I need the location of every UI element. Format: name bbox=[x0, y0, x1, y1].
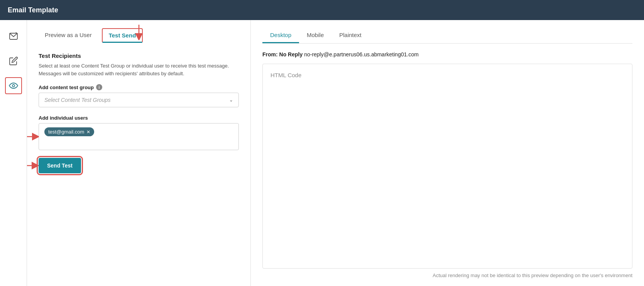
page-title: Email Template bbox=[8, 6, 58, 14]
from-name: No Reply bbox=[279, 51, 303, 58]
content-test-group-select[interactable]: Select Content Test Groups ⌄ bbox=[39, 93, 239, 107]
arrow-annotation-send bbox=[27, 160, 39, 171]
svg-point-2 bbox=[12, 85, 15, 87]
content-test-group-label: Add content test group i bbox=[39, 84, 239, 90]
preview-area: HTML Code bbox=[262, 64, 632, 269]
preview-tabs: Desktop Mobile Plaintext bbox=[262, 28, 632, 44]
top-header: Email Template bbox=[0, 0, 644, 20]
tab-preview-as-user[interactable]: Preview as a User bbox=[39, 28, 98, 43]
tab-desktop[interactable]: Desktop bbox=[262, 28, 299, 43]
chevron-down-icon: ⌄ bbox=[229, 97, 233, 103]
email-tag: test@gmail.com ✕ bbox=[44, 127, 94, 136]
from-label: From: bbox=[262, 51, 278, 58]
email-tag-text: test@gmail.com bbox=[48, 129, 84, 135]
preview-content-label: HTML Code bbox=[270, 72, 301, 78]
arrow-annotation-email bbox=[27, 131, 39, 142]
sidebar-item-preview[interactable] bbox=[5, 77, 22, 94]
individual-users-label: Add individual users bbox=[39, 115, 239, 121]
sidebar-item-mail[interactable] bbox=[5, 28, 22, 45]
test-recipients-title: Test Recipients bbox=[39, 52, 239, 59]
arrow-annotation-tab bbox=[127, 25, 150, 40]
footer-note: Actual rendering may not be identical to… bbox=[262, 272, 632, 278]
tab-plaintext[interactable]: Plaintext bbox=[331, 28, 369, 43]
from-email: no-reply@e.partnerus06.us.abmarketing01.… bbox=[304, 51, 419, 58]
individual-users-input[interactable]: test@gmail.com ✕ bbox=[39, 123, 239, 150]
from-line: From: No Reply no-reply@e.partnerus06.us… bbox=[262, 51, 632, 58]
test-recipients-desc: Select at least one Content Test Group o… bbox=[39, 62, 239, 77]
left-panel: Preview as a User Test Send Test Recipie… bbox=[27, 20, 251, 286]
main-layout: Preview as a User Test Send Test Recipie… bbox=[0, 20, 644, 286]
sidebar-item-edit[interactable] bbox=[5, 52, 22, 69]
select-placeholder: Select Content Test Groups bbox=[44, 97, 110, 103]
right-panel: Desktop Mobile Plaintext From: No Reply … bbox=[251, 20, 644, 286]
tab-mobile[interactable]: Mobile bbox=[299, 28, 331, 43]
info-icon[interactable]: i bbox=[96, 84, 102, 90]
send-test-button[interactable]: Send Test bbox=[39, 158, 81, 173]
sidebar bbox=[0, 20, 27, 286]
remove-email-button[interactable]: ✕ bbox=[86, 129, 90, 135]
